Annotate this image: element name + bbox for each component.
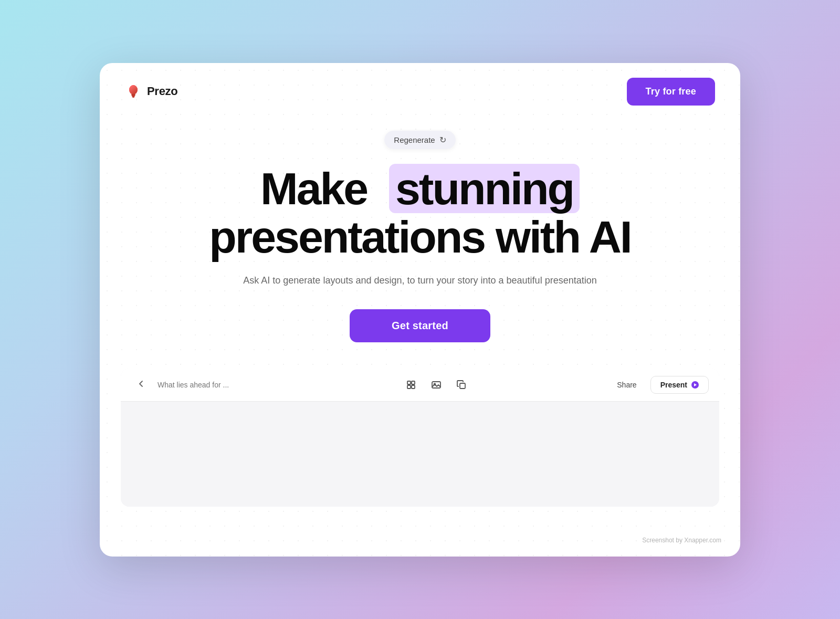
preview-container: Share Present [121,369,719,507]
preview-toolbar: Share Present [121,369,719,402]
preview-body [121,402,719,507]
svg-rect-6 [412,381,415,384]
regenerate-badge[interactable]: Regenerate ↻ [384,131,455,149]
svg-rect-2 [131,94,135,96]
get-started-button[interactable]: Get started [350,309,490,342]
present-button[interactable]: Present [650,376,709,394]
hero-title: Make stunning presentations with AI [209,164,631,261]
svg-rect-7 [407,385,411,389]
svg-point-1 [129,85,138,95]
back-button[interactable] [131,376,150,393]
svg-rect-8 [412,385,415,389]
copy-icon-button[interactable] [453,376,470,393]
logo[interactable]: Prezo [125,83,177,100]
watermark: Screenshot by Xnapper.com [642,537,721,544]
play-icon [691,381,699,389]
layout-icon-button[interactable] [403,376,419,393]
toolbar-left [131,376,262,393]
hero-title-line1: Make stunning [209,164,631,213]
logo-name: Prezo [147,85,177,98]
main-card: Prezo Try for free Regenerate ↻ Make stu… [100,63,740,557]
svg-rect-11 [460,383,465,389]
svg-rect-4 [132,97,134,98]
present-label: Present [660,381,687,389]
chevron-left-icon [135,379,146,389]
layout-icon [406,380,416,390]
hero-section: Regenerate ↻ Make stunning presentations… [184,120,656,369]
toolbar-right: Share Present [610,376,709,394]
share-button[interactable]: Share [610,376,644,393]
toolbar-center [403,376,470,393]
hero-title-line2: presentations with AI [209,213,631,260]
svg-rect-9 [432,382,440,388]
hero-highlight-word: stunning [389,164,580,213]
presentation-title-input[interactable] [158,381,262,389]
hero-subtitle: Ask AI to generate layouts and design, t… [243,273,596,288]
try-free-button[interactable]: Try for free [627,78,715,106]
logo-icon [125,83,142,100]
svg-rect-3 [132,96,135,97]
copy-icon [456,380,467,390]
regenerate-label: Regenerate [394,135,435,144]
image-icon-button[interactable] [428,376,445,393]
regenerate-icon: ↻ [439,135,446,145]
image-icon [431,380,442,390]
header: Prezo Try for free [100,63,740,120]
svg-rect-5 [407,381,411,384]
